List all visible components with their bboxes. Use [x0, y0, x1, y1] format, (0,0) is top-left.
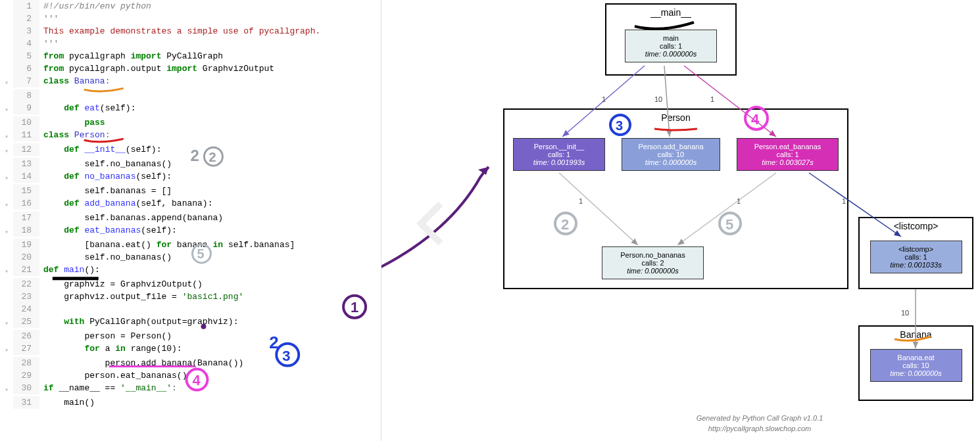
callgraph-panel: __main__ main calls: 1 time: 0.000000s P…: [381, 0, 980, 441]
line-number: 10: [13, 116, 39, 129]
source-text[interactable]: self.bananas.append(banana): [39, 212, 223, 224]
code-line[interactable]: 20 self.no_bananas(): [0, 251, 381, 264]
node-person-eat: Person.eat_bananas calls: 1 time: 0.0030…: [737, 138, 839, 171]
source-text[interactable]: def no_bananas(self):: [39, 170, 172, 183]
fold-gutter: [0, 25, 13, 27]
fold-gutter: [0, 239, 13, 241]
fold-gutter: [0, 396, 13, 398]
code-line[interactable]: 29 person.eat_bananas(): [0, 369, 381, 382]
code-line[interactable]: 3This example demonstrates a simple use …: [0, 25, 381, 37]
code-line[interactable]: 26 person = Person(): [0, 330, 381, 342]
code-line[interactable]: 19 [banana.eat() for banana in self.bana…: [0, 239, 381, 251]
source-text[interactable]: [banana.eat() for banana in self.bananas…: [39, 239, 295, 251]
fold-gutter[interactable]: ▾: [0, 197, 13, 212]
source-text[interactable]: This example demonstrates a simple use o…: [39, 25, 320, 37]
code-line[interactable]: ▾25 with PyCallGraph(output=graphviz):: [0, 315, 381, 330]
source-text[interactable]: main(): [39, 396, 95, 409]
code-line[interactable]: ▾27 for a in range(10):: [0, 342, 381, 357]
code-line[interactable]: 1#!/usr/bin/env python: [0, 0, 381, 12]
code-line[interactable]: 24: [0, 303, 381, 315]
source-text[interactable]: #!/usr/bin/env python: [39, 0, 151, 12]
code-line[interactable]: 31 main(): [0, 396, 381, 409]
code-line[interactable]: 5from pycallgraph import PyCallGraph: [0, 50, 381, 62]
fold-gutter[interactable]: ▾: [0, 75, 13, 89]
source-text[interactable]: graphviz.output_file = 'basic1.png': [39, 290, 243, 303]
source-text[interactable]: with PyCallGraph(output=graphviz):: [39, 315, 238, 328]
source-text[interactable]: self.no_bananas(): [39, 251, 172, 264]
source-text[interactable]: class Banana:: [39, 75, 110, 87]
code-line[interactable]: ▾16 def add_banana(self, banana):: [0, 197, 381, 212]
code-line[interactable]: 6from pycallgraph.output import Graphviz…: [0, 62, 381, 75]
source-text[interactable]: class Person:: [39, 129, 110, 141]
code-editor[interactable]: 1#!/usr/bin/env python2'''3This example …: [0, 0, 381, 441]
fold-gutter[interactable]: ▾: [0, 129, 13, 143]
code-line[interactable]: ▾11class Person:: [0, 129, 381, 143]
line-number: 29: [13, 369, 39, 382]
source-text[interactable]: for a in range(10):: [39, 342, 182, 355]
code-line[interactable]: 17 self.bananas.append(banana): [0, 212, 381, 224]
line-number: 20: [13, 251, 39, 264]
footer-line1: Generated by Python Call Graph v1.0.1: [645, 414, 875, 422]
source-text[interactable]: def __init__(self):: [39, 143, 161, 156]
node-main: main calls: 1 time: 0.000000s: [625, 30, 717, 62]
fold-gutter[interactable]: ▾: [0, 143, 13, 158]
cluster-listcomp: <listcomp> <listcomp> calls: 1 time: 0.0…: [858, 217, 973, 289]
source-text[interactable]: self.no_bananas(): [39, 158, 172, 170]
code-line[interactable]: 22 graphviz = GraphvizOutput(): [0, 278, 381, 290]
fold-gutter[interactable]: ▾: [0, 264, 13, 278]
code-line[interactable]: 2''': [0, 12, 381, 25]
source-text[interactable]: graphviz = GraphvizOutput(): [39, 278, 203, 290]
fold-gutter[interactable]: ▾: [0, 170, 13, 185]
source-text[interactable]: def eat(self):: [39, 102, 135, 114]
line-number: 12: [13, 143, 39, 156]
node-main-calls: calls: 1: [629, 42, 712, 50]
code-line[interactable]: 15 self.bananas = []: [0, 185, 381, 197]
code-line[interactable]: 13 self.no_bananas(): [0, 158, 381, 170]
code-line[interactable]: ▾21def main():: [0, 264, 381, 278]
code-line[interactable]: ▾14 def no_bananas(self):: [0, 170, 381, 185]
code-line[interactable]: 28 person.add_banana(Banana()): [0, 357, 381, 369]
source-text[interactable]: def main():: [39, 264, 100, 276]
source-text[interactable]: person.eat_bananas(): [39, 369, 187, 382]
fold-gutter: [0, 0, 13, 2]
source-text[interactable]: ''': [39, 12, 59, 25]
code-line[interactable]: ▾18 def eat_bananas(self):: [0, 224, 381, 239]
code-line[interactable]: ▾30if __name__ == '__main__':: [0, 382, 381, 396]
source-text[interactable]: ''': [39, 37, 59, 50]
source-text[interactable]: def eat_bananas(self):: [39, 224, 177, 237]
line-number: 19: [13, 239, 39, 251]
source-text[interactable]: from pycallgraph.output import GraphvizO…: [39, 62, 274, 75]
line-number: 28: [13, 357, 39, 369]
line-number: 2: [13, 12, 39, 25]
edge-list-ban: 10: [901, 309, 909, 317]
code-line[interactable]: ▾7class Banana:: [0, 75, 381, 89]
line-number: 27: [13, 342, 39, 355]
line-number: 4: [13, 37, 39, 50]
code-line[interactable]: 10 pass: [0, 116, 381, 129]
source-text[interactable]: if __name__ == '__main__':: [39, 382, 177, 394]
line-number: 6: [13, 62, 39, 75]
edge-eat-list: 1: [842, 197, 846, 205]
source-text[interactable]: person.add_banana(Banana()): [39, 357, 243, 369]
fold-gutter[interactable]: ▾: [0, 102, 13, 116]
source-text[interactable]: person = Person(): [39, 330, 172, 342]
line-number: 21: [13, 264, 39, 276]
fold-gutter: [0, 185, 13, 187]
fold-gutter[interactable]: ▾: [0, 315, 13, 330]
edge-eat-no: 1: [737, 197, 741, 205]
source-text[interactable]: from pycallgraph import PyCallGraph: [39, 50, 223, 62]
code-line[interactable]: 4''': [0, 37, 381, 50]
fold-gutter[interactable]: ▾: [0, 342, 13, 357]
code-line[interactable]: 8: [0, 89, 381, 102]
code-line[interactable]: 23 graphviz.output_file = 'basic1.png': [0, 290, 381, 303]
fold-gutter: [0, 12, 13, 14]
source-text[interactable]: pass: [39, 116, 105, 129]
code-line[interactable]: ▾9 def eat(self):: [0, 102, 381, 116]
fold-gutter: [0, 278, 13, 280]
fold-gutter: [0, 251, 13, 253]
source-text[interactable]: def add_banana(self, banana):: [39, 197, 212, 210]
source-text[interactable]: self.bananas = []: [39, 185, 172, 197]
code-line[interactable]: ▾12 def __init__(self):: [0, 143, 381, 158]
fold-gutter[interactable]: ▾: [0, 382, 13, 396]
fold-gutter[interactable]: ▾: [0, 224, 13, 239]
